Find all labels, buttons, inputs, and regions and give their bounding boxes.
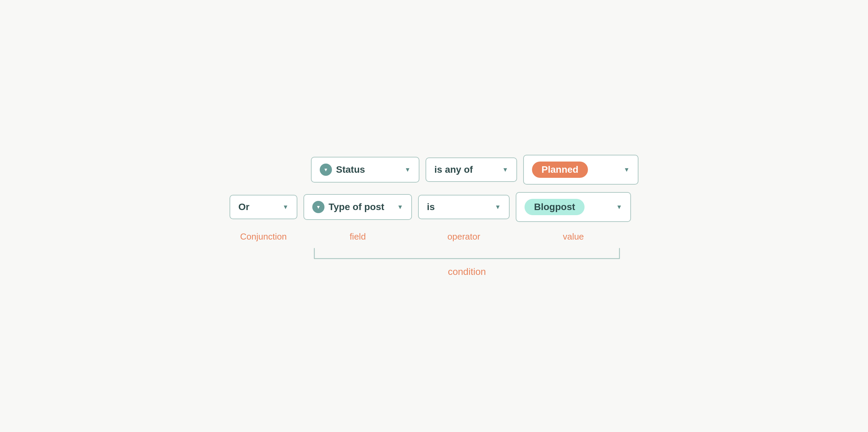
typeofpost-field-icon xyxy=(312,201,324,213)
conjunction-label-text: Conjunction xyxy=(230,231,297,242)
value2-chevron: ▼ xyxy=(616,204,622,211)
value2-content: Blogpost xyxy=(525,199,585,215)
value1-dropdown[interactable]: Planned ▼ xyxy=(523,155,638,185)
typeofpost-field-label: Type of post xyxy=(329,202,384,212)
typeofpost-field-chevron: ▼ xyxy=(397,204,403,211)
operator1-content: is any of xyxy=(434,164,473,175)
operator2-content: is xyxy=(427,202,435,212)
operator1-chevron: ▼ xyxy=(502,166,508,173)
conjunction-content: Or xyxy=(238,202,250,212)
value1-chevron: ▼ xyxy=(624,166,630,173)
conjunction-dropdown[interactable]: Or ▼ xyxy=(230,195,297,219)
operator1-dropdown[interactable]: is any of ▼ xyxy=(426,157,517,182)
bracket-line xyxy=(311,247,623,260)
operator2-chevron: ▼ xyxy=(495,204,501,211)
planned-badge: Planned xyxy=(532,162,588,178)
bracket-svg xyxy=(311,247,623,260)
row1: Status ▼ is any of ▼ Planned ▼ xyxy=(311,155,638,185)
status-field-icon xyxy=(320,164,332,176)
conjunction-chevron: ▼ xyxy=(282,204,289,211)
value-label-text: value xyxy=(516,231,631,242)
status-field-chevron: ▼ xyxy=(405,166,411,173)
labels-section: Conjunction field operator value xyxy=(230,225,631,242)
operator2-label: is xyxy=(427,202,435,212)
typeofpost-field-dropdown[interactable]: Type of post ▼ xyxy=(303,194,412,220)
blogpost-badge: Blogpost xyxy=(525,199,585,215)
operator1-label: is any of xyxy=(434,164,473,175)
status-field-content: Status xyxy=(320,164,365,176)
diagram-container: Status ▼ is any of ▼ Planned ▼ Or ▼ xyxy=(230,155,638,277)
condition-label: condition xyxy=(448,266,486,277)
typeofpost-field-content: Type of post xyxy=(312,201,384,213)
status-field-dropdown[interactable]: Status ▼ xyxy=(311,157,419,183)
field-label-text: field xyxy=(303,231,412,242)
value1-content: Planned xyxy=(532,162,588,178)
bracket-section: condition xyxy=(311,245,623,277)
status-field-label: Status xyxy=(336,164,365,175)
operator2-dropdown[interactable]: is ▼ xyxy=(418,195,510,219)
value2-dropdown[interactable]: Blogpost ▼ xyxy=(516,192,631,222)
row2: Or ▼ Type of post ▼ is ▼ Blogpost ▼ xyxy=(230,192,631,222)
conjunction-label: Or xyxy=(238,202,250,212)
operator-label-text: operator xyxy=(418,231,510,242)
